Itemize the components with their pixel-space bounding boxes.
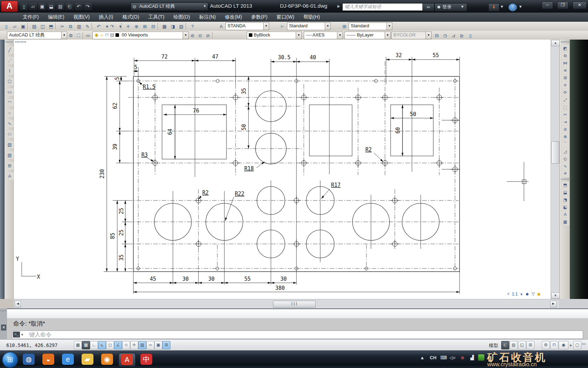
scroll-left-icon[interactable]: ◀ <box>15 301 21 308</box>
search-input[interactable]: 键入关键字或短语 <box>342 3 424 11</box>
lineweight-combo[interactable]: —— ByLayer▼ <box>344 32 391 39</box>
zoom-previous-icon[interactable]: ⊟ <box>149 22 158 30</box>
otrack-toggle[interactable]: ⊹ <box>122 341 130 349</box>
scale-icon[interactable]: ⤢ <box>561 96 569 104</box>
media-player-icon[interactable]: ◉ <box>99 353 115 367</box>
menu-工具T[interactable]: 工具(T) <box>144 13 169 22</box>
spline-icon[interactable]: ∿ <box>6 120 14 128</box>
menu-标注N[interactable]: 标注(N) <box>195 13 220 22</box>
qp-toggle[interactable]: ⊞ <box>162 341 170 349</box>
break-icon[interactable]: ⊗ <box>561 133 569 141</box>
zoom-window-icon[interactable]: ⊞ <box>141 22 149 30</box>
dim-aligned-icon[interactable]: ⊵ <box>458 32 466 40</box>
zoom-realtime-icon[interactable]: ⊕ <box>132 22 141 30</box>
mtext-icon[interactable]: A <box>6 172 14 180</box>
hatch-icon[interactable]: ▨ <box>6 141 14 149</box>
print-icon[interactable]: ⎗ <box>65 3 74 10</box>
minimize-button[interactable]: – <box>542 1 553 9</box>
keyboard-icon[interactable]: ⌨ <box>440 355 447 360</box>
command-history[interactable] <box>7 308 588 319</box>
menu-编辑E[interactable]: 编辑(E) <box>43 13 69 22</box>
model-label[interactable]: 模型 <box>489 342 498 349</box>
menu-格式O[interactable]: 格式(O) <box>118 13 144 22</box>
alert-icon[interactable]: ⊗ <box>461 355 464 360</box>
saveas-icon[interactable]: ⬓ <box>47 3 55 10</box>
designcenter-icon[interactable]: ◨ <box>169 22 177 30</box>
app-blue-icon[interactable]: ◍ <box>20 353 37 367</box>
save-icon[interactable]: ▣ <box>38 3 46 10</box>
signin-dd-icon[interactable]: ▾ <box>460 3 465 11</box>
copy-icon[interactable]: ⧉ <box>561 52 569 60</box>
extend-icon[interactable]: ⇥ <box>561 118 569 126</box>
break-point-icon[interactable]: ⊘ <box>561 125 569 133</box>
construction-line-icon[interactable]: ⋰ <box>6 56 14 64</box>
line-icon[interactable]: ╱ <box>6 46 14 54</box>
dim-angular-icon[interactable]: ◷ <box>441 32 449 40</box>
transparency-toggle[interactable]: ▣ <box>154 341 162 349</box>
firefox-icon[interactable]: ◒ <box>40 353 57 367</box>
table-icon[interactable]: ⊞ <box>6 162 14 170</box>
layer-states-icon[interactable]: ⊜ <box>188 32 197 40</box>
toolpalettes-icon[interactable]: ▧ <box>177 22 186 30</box>
osnap-toggle[interactable]: ◻ <box>106 341 114 349</box>
erase-icon[interactable]: ◩ <box>561 45 569 52</box>
infocenter-arrow-icon[interactable]: ▶ <box>337 4 340 8</box>
polyline-icon[interactable]: ⌇ <box>6 67 14 75</box>
layout1-tab-icon[interactable]: ▤ <box>510 341 518 349</box>
new-icon[interactable]: ▯ <box>2 22 10 30</box>
vscroll-thumb[interactable] <box>551 141 559 164</box>
preview-icon[interactable]: ◫ <box>38 22 47 30</box>
ellipse-icon[interactable]: ⬭ <box>6 130 14 138</box>
help-icon[interactable]: ? <box>508 3 517 12</box>
workspace-combo[interactable]: ⚙ AutoCAD LT 经典 ▼ <box>131 2 208 11</box>
blend-icon[interactable]: ∿ <box>561 162 569 170</box>
zhongxin-app-icon[interactable]: 中 <box>138 353 155 367</box>
gradient-icon[interactable]: ▧ <box>6 151 14 159</box>
help-icon[interactable]: ? <box>188 22 197 30</box>
ie-icon[interactable]: e <box>59 353 76 367</box>
dim-radius-icon[interactable]: ⊿ <box>449 32 458 40</box>
layer-properties-icon[interactable]: ≔ <box>84 32 92 40</box>
matchprops-icon[interactable]: ✎ <box>83 22 92 30</box>
save-icon[interactable]: ▣ <box>19 22 27 30</box>
command-close-icon[interactable]: ✕ <box>1 325 6 330</box>
table-style-combo[interactable]: Standard▼ <box>349 22 392 30</box>
cut-icon[interactable]: ✂ <box>58 22 66 30</box>
scroll-up-icon[interactable]: ▲ <box>551 40 560 46</box>
scroll-right-icon[interactable]: ▶ <box>550 301 556 308</box>
copy-icon[interactable]: ⧉ <box>66 22 75 30</box>
new-icon[interactable]: ▯ <box>20 3 28 10</box>
mirror-icon[interactable]: ⋈ <box>561 59 569 67</box>
chevron-down-icon[interactable]: ▼ <box>21 333 24 336</box>
snap-toggle[interactable]: ▦ <box>74 341 82 349</box>
layer-isolate-icon[interactable]: ⊘ <box>204 32 212 40</box>
text-style-combo[interactable]: STANDA▼ <box>225 22 269 30</box>
menu-文件F[interactable]: 文件(F) <box>18 13 43 22</box>
autocad-lt-icon[interactable]: A <box>118 353 136 367</box>
menu-插入I[interactable]: 插入(I) <box>94 13 118 22</box>
redo-dd-icon[interactable]: ▾ <box>116 22 125 30</box>
dim-style-combo[interactable]: Standard▼ <box>287 22 331 30</box>
exchange-download-icon[interactable]: ⇓ <box>488 3 499 12</box>
rectangle-icon[interactable]: ▭ <box>6 88 14 96</box>
vertical-scrollbar[interactable]: ▲ ▼ <box>551 40 559 299</box>
annotation-scale-value[interactable]: 1:1 <box>512 292 518 297</box>
osnap3d-toggle[interactable]: ∠ <box>114 341 122 349</box>
performance-icon[interactable]: ◉ <box>559 341 568 349</box>
clean-screen-icon[interactable]: ▢ <box>573 341 581 349</box>
rotate-icon[interactable]: ⟳ <box>561 89 569 96</box>
redo-icon[interactable]: ↷ <box>84 3 92 10</box>
text-to-front-icon[interactable]: A <box>561 211 569 218</box>
command-window-grip[interactable] <box>1 310 6 312</box>
pan-icon[interactable]: ✛ <box>124 22 132 30</box>
annotation-filter-icon[interactable]: ▽ <box>532 292 535 297</box>
array-icon[interactable]: ⊞ <box>561 74 569 82</box>
command-prompt-icon[interactable]: >_ <box>13 332 20 338</box>
polar-toggle[interactable]: ⊾ <box>98 341 106 349</box>
undo-icon[interactable]: ↶ <box>94 22 103 30</box>
plotstyle-combo[interactable]: BYCOLOR▼ <box>391 32 432 39</box>
hatch-to-back-icon[interactable]: ▩ <box>561 218 569 226</box>
plot-icon[interactable]: ▤ <box>30 22 38 30</box>
lwt-toggle[interactable]: ═ <box>146 341 154 349</box>
folder-icon[interactable]: ▰ <box>79 353 96 367</box>
